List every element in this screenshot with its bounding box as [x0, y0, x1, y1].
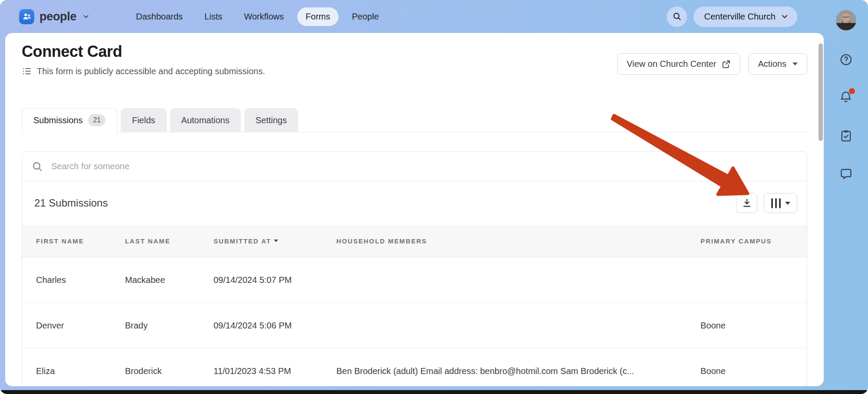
columns-icon: [771, 198, 781, 208]
table-header: FIRST NAME LAST NAME SUBMITTED AT HOUSEH…: [22, 225, 807, 257]
submissions-toolbar: 21 Submissions: [22, 181, 807, 225]
download-icon: [742, 198, 752, 208]
top-nav: people Dashboards Lists Workflows Forms …: [0, 0, 868, 33]
submissions-count-badge: 21: [88, 114, 105, 126]
table-row[interactable]: Charles Mackabee 09/14/2024 5:07 PM: [22, 257, 807, 303]
column-header-last-name[interactable]: LAST NAME: [125, 237, 214, 245]
form-status-text: This form is publicly accessible and acc…: [37, 66, 265, 76]
column-header-first-name[interactable]: FIRST NAME: [36, 237, 125, 245]
column-header-submitted-at[interactable]: SUBMITTED AT: [214, 237, 336, 245]
help-button[interactable]: [839, 53, 853, 66]
external-link-icon: [721, 59, 731, 69]
global-search-button[interactable]: [667, 7, 687, 27]
tasks-button[interactable]: [839, 129, 853, 142]
download-button[interactable]: [736, 193, 757, 213]
nav-link-forms[interactable]: Forms: [297, 7, 339, 26]
chat-bubble-icon: [839, 167, 853, 181]
notifications-button[interactable]: [839, 90, 853, 104]
sort-desc-icon: [274, 240, 278, 242]
tab-automations[interactable]: Automations: [170, 108, 241, 132]
window-bottom-edge: [0, 390, 868, 394]
actions-button[interactable]: Actions: [748, 53, 807, 75]
table-row[interactable]: Denver Brady 09/14/2024 5:06 PM Boone: [22, 303, 807, 348]
columns-button[interactable]: [764, 193, 797, 213]
utility-sidebar: [824, 0, 868, 394]
chevron-down-icon: [781, 13, 789, 20]
nav-right-group: Centerville Church: [667, 7, 797, 27]
app-switcher[interactable]: people: [19, 9, 89, 24]
app-name: people: [39, 10, 76, 23]
tab-fields[interactable]: Fields: [121, 108, 166, 132]
column-header-household-members[interactable]: HOUSEHOLD MEMBERS: [336, 237, 700, 245]
form-header: Connect Card This form is publicly acces…: [5, 33, 824, 77]
vertical-scrollbar[interactable]: [819, 43, 823, 141]
main-panel: Connect Card This form is publicly acces…: [5, 33, 824, 386]
submissions-card: 21 Submissions FIRST NAME LAST NAME SUBM…: [22, 151, 807, 386]
nav-link-people[interactable]: People: [344, 7, 387, 26]
search-row: [22, 152, 807, 181]
form-list-icon: [22, 66, 32, 76]
primary-nav: Dashboards Lists Workflows Forms People: [128, 7, 387, 26]
search-icon: [672, 12, 682, 21]
view-on-church-center-button[interactable]: View on Church Center: [617, 53, 740, 75]
tab-settings[interactable]: Settings: [244, 108, 298, 132]
toolbar-actions: [736, 193, 797, 213]
messages-button[interactable]: [839, 167, 853, 181]
submissions-count: 21 Submissions: [34, 197, 108, 209]
nav-link-dashboards[interactable]: Dashboards: [128, 7, 191, 26]
table-row[interactable]: Eliza Broderick 11/01/2023 4:53 PM Ben B…: [22, 348, 807, 386]
search-input[interactable]: [50, 161, 797, 172]
nav-link-lists[interactable]: Lists: [196, 7, 230, 26]
app-window: people Dashboards Lists Workflows Forms …: [0, 0, 868, 394]
column-header-primary-campus[interactable]: PRIMARY CAMPUS: [700, 237, 796, 245]
nav-link-workflows[interactable]: Workflows: [236, 7, 292, 26]
chevron-down-icon: [82, 13, 89, 20]
avatar[interactable]: [836, 10, 856, 30]
caret-down-icon: [785, 202, 790, 205]
caret-down-icon: [792, 62, 798, 66]
organization-name: Centerville Church: [704, 12, 776, 22]
help-icon: [839, 53, 853, 66]
header-actions: View on Church Center Actions: [617, 53, 807, 75]
notification-dot: [849, 88, 855, 94]
search-icon: [32, 161, 43, 172]
clipboard-check-icon: [839, 129, 853, 142]
tab-submissions[interactable]: Submissions 21: [22, 108, 117, 132]
people-app-icon: [19, 9, 34, 24]
organization-selector[interactable]: Centerville Church: [694, 7, 797, 27]
form-tabs: Submissions 21 Fields Automations Settin…: [22, 108, 807, 132]
